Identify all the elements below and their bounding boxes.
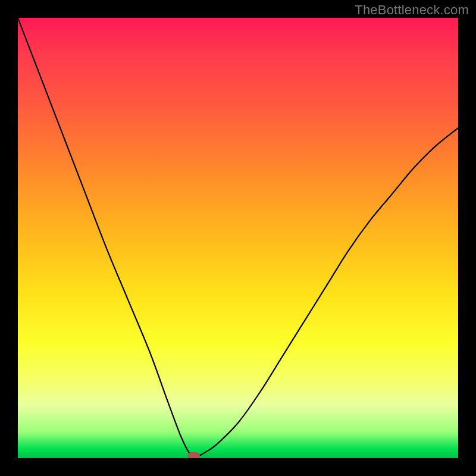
watermark-text: TheBottleneck.com — [355, 2, 469, 18]
bottleneck-curve — [18, 18, 458, 458]
optimal-point-marker — [188, 452, 200, 458]
plot-area — [18, 18, 458, 458]
chart-frame: TheBottleneck.com — [0, 0, 476, 476]
curve-path — [18, 18, 458, 458]
